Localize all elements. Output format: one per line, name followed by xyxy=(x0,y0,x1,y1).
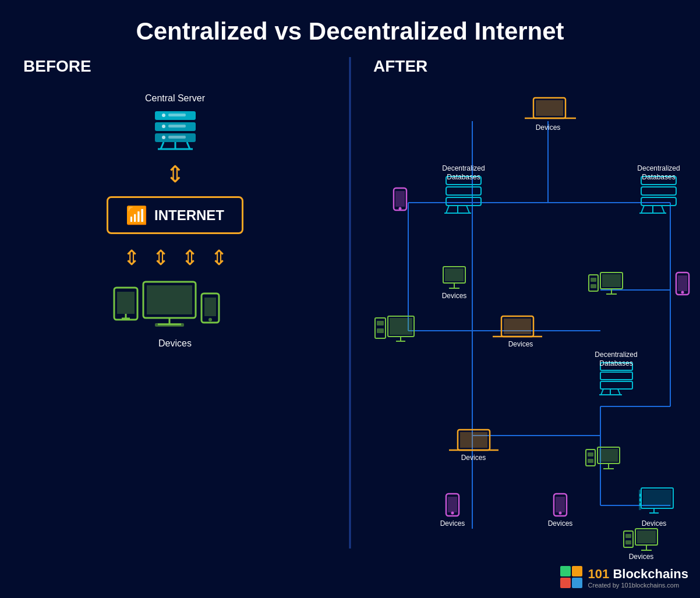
svg-text:Devices: Devices xyxy=(461,454,486,462)
svg-line-46 xyxy=(446,206,449,213)
svg-rect-104 xyxy=(460,432,487,448)
svg-rect-133 xyxy=(572,578,582,588)
svg-rect-112 xyxy=(556,497,565,512)
svg-rect-4 xyxy=(168,114,186,116)
svg-rect-128 xyxy=(624,531,633,547)
internet-box: 📶 INTERNET xyxy=(107,196,243,234)
svg-rect-44 xyxy=(446,187,481,195)
svg-rect-81 xyxy=(589,275,598,291)
svg-rect-125 xyxy=(637,530,656,543)
svg-rect-130 xyxy=(625,540,631,544)
svg-rect-134 xyxy=(560,566,571,576)
svg-rect-83 xyxy=(591,284,596,288)
svg-text:Devices: Devices xyxy=(642,519,667,528)
server-to-internet-arrow: ⇕ xyxy=(165,161,185,187)
before-devices-group: Devices xyxy=(111,279,239,349)
svg-rect-88 xyxy=(600,372,632,380)
svg-text:Decentralized: Decentralized xyxy=(595,351,637,359)
svg-rect-116 xyxy=(643,490,671,507)
svg-rect-97 xyxy=(599,449,618,462)
page-title: Centralized vs Decentralized Internet xyxy=(0,0,700,57)
network-diagram: Devices Decentralized Databases Devices xyxy=(356,86,699,564)
svg-text:Devices: Devices xyxy=(548,519,573,528)
svg-rect-18 xyxy=(147,285,192,314)
svg-line-48 xyxy=(466,206,469,213)
svg-line-73 xyxy=(662,206,664,213)
svg-point-109 xyxy=(451,512,454,515)
arrow2: ⇕ xyxy=(152,246,169,270)
brand-subtitle: Created by 101blockchains.com xyxy=(588,582,688,589)
svg-rect-14 xyxy=(117,292,135,314)
svg-rect-132 xyxy=(560,578,571,588)
svg-rect-69 xyxy=(641,187,676,195)
svg-text:Devices: Devices xyxy=(440,519,465,528)
svg-line-9 xyxy=(161,142,164,149)
svg-rect-121 xyxy=(639,498,641,501)
svg-text:Databases: Databases xyxy=(447,173,480,181)
svg-line-92 xyxy=(618,389,620,395)
svg-rect-89 xyxy=(600,381,632,389)
svg-point-24 xyxy=(208,318,212,321)
svg-rect-6 xyxy=(168,125,186,128)
svg-rect-108 xyxy=(448,497,457,512)
svg-rect-67 xyxy=(377,328,384,333)
svg-text:Devices: Devices xyxy=(508,340,533,348)
svg-text:Decentralized: Decentralized xyxy=(637,164,680,172)
central-server-icon xyxy=(149,108,201,155)
svg-point-113 xyxy=(559,512,562,515)
svg-rect-66 xyxy=(377,321,384,325)
after-label: AFTER xyxy=(350,57,700,76)
brand-icon xyxy=(560,566,584,589)
svg-rect-62 xyxy=(390,318,412,335)
before-section: BEFORE Central Server ⇕ 📶 INTERNE xyxy=(0,57,350,591)
svg-rect-8 xyxy=(168,136,186,139)
content-area: BEFORE Central Server ⇕ 📶 INTERNE xyxy=(0,57,700,591)
svg-rect-101 xyxy=(588,452,593,457)
svg-rect-100 xyxy=(586,450,595,466)
svg-rect-129 xyxy=(625,534,631,538)
brand-logo: 101 Blockchains Created by 101blockchain… xyxy=(560,566,688,589)
svg-rect-21 xyxy=(155,323,184,327)
svg-text:Databases: Databases xyxy=(642,173,675,181)
svg-rect-78 xyxy=(602,274,621,287)
svg-line-90 xyxy=(601,389,603,395)
before-devices-label: Devices xyxy=(111,338,239,349)
multi-arrows: ⇕ ⇕ ⇕ ⇕ xyxy=(123,246,228,270)
svg-rect-102 xyxy=(588,459,593,463)
svg-rect-38 xyxy=(536,100,563,116)
svg-point-3 xyxy=(162,114,165,117)
devices-label-top: Devices xyxy=(536,123,561,132)
svg-point-7 xyxy=(162,136,165,139)
svg-point-5 xyxy=(162,125,165,128)
internet-label: INTERNET xyxy=(154,207,224,224)
brand-text: 101 Blockchains Created by 101blockchain… xyxy=(588,567,688,589)
arrow4: ⇕ xyxy=(210,246,228,270)
svg-rect-135 xyxy=(572,566,582,576)
svg-rect-122 xyxy=(639,503,641,506)
svg-line-71 xyxy=(641,206,644,213)
wifi-icon: 📶 xyxy=(126,205,147,225)
svg-rect-85 xyxy=(678,275,687,291)
svg-rect-58 xyxy=(504,319,531,334)
footer: 101 Blockchains Created by 101blockchain… xyxy=(560,566,688,589)
svg-text:Devices: Devices xyxy=(629,553,654,561)
svg-rect-82 xyxy=(591,278,596,282)
svg-rect-23 xyxy=(204,298,216,316)
central-server-label: Central Server xyxy=(145,93,205,104)
brand-name: 101 Blockchains xyxy=(588,567,688,582)
after-section: AFTER xyxy=(350,57,700,591)
section-divider xyxy=(349,57,351,549)
svg-rect-45 xyxy=(446,197,481,206)
svg-point-86 xyxy=(681,291,684,294)
svg-rect-120 xyxy=(639,494,641,497)
svg-text:Devices: Devices xyxy=(442,292,467,300)
svg-rect-41 xyxy=(395,191,405,207)
svg-text:Databases: Databases xyxy=(599,359,632,367)
svg-line-11 xyxy=(187,142,190,149)
svg-text:Decentralized: Decentralized xyxy=(442,164,485,172)
svg-point-42 xyxy=(399,207,402,210)
before-devices-icon xyxy=(111,279,239,331)
brand-number: 101 xyxy=(588,567,613,581)
arrow3: ⇕ xyxy=(181,246,199,270)
before-label: BEFORE xyxy=(0,57,91,76)
